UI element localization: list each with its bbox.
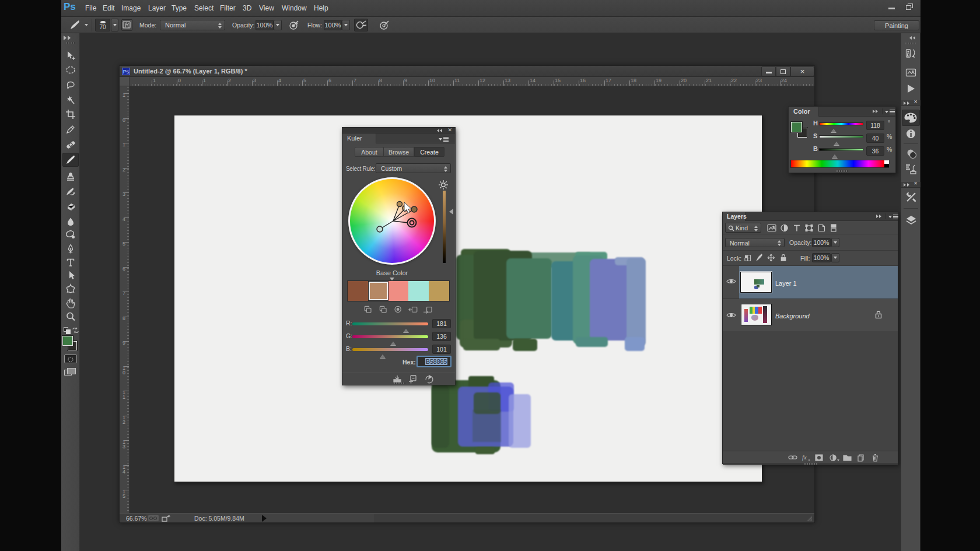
svg-text:fx: fx xyxy=(802,454,807,461)
